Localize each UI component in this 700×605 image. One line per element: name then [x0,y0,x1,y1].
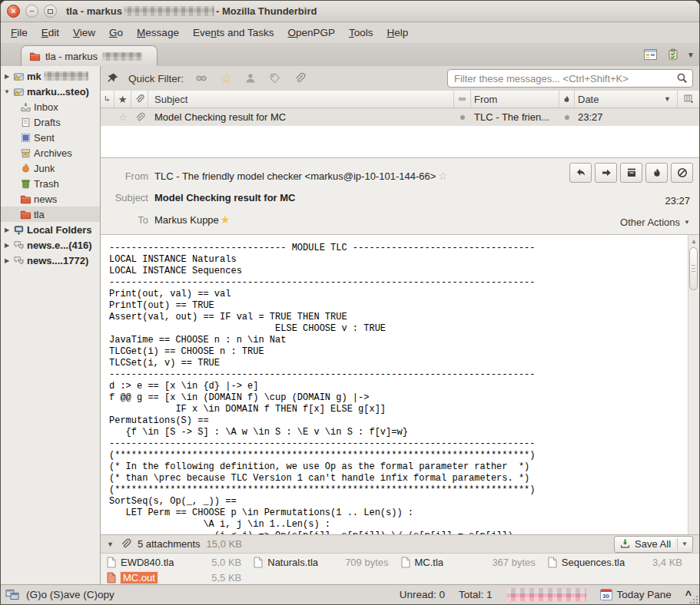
filter-contact-icon[interactable] [244,72,257,84]
file-icon [254,557,263,568]
calendar-grid-icon [643,48,658,61]
sidebar-item-inbox[interactable]: Inbox [1,99,100,114]
menu-go[interactable]: Go [102,24,130,41]
star-column-header[interactable]: ★ [114,91,131,107]
from-column-header[interactable]: From [471,91,559,107]
window-minimize-button[interactable]: − [25,5,38,18]
other-actions-button[interactable]: Other Actions ▼ [620,217,690,228]
computer-icon [13,224,25,236]
sidebar-item-local-folders[interactable]: ▶ Local Folders [1,222,100,237]
today-pane-button[interactable]: 30 Today Pane [600,589,672,600]
subject-value: Model Checking result for MC [154,192,295,203]
column-picker-icon [684,94,694,104]
file-icon [401,557,410,568]
menu-view[interactable]: View [66,24,102,41]
expand-arrow-icon[interactable]: ▶ [3,257,11,264]
filter-tag-icon[interactable] [269,72,281,84]
search-icon[interactable] [676,72,688,84]
block-icon [676,167,688,179]
menu-edit[interactable]: Edit [35,24,66,41]
reply-icon [575,167,587,179]
message-row[interactable]: ☆ Model Checking result for MC TLC - The… [101,108,699,126]
window-resize-grip[interactable] [690,595,698,603]
column-picker-button[interactable] [678,91,699,107]
expand-arrow-icon[interactable]: ▶ [3,73,11,80]
save-all-button[interactable]: Save All ▼ [614,536,693,553]
drafts-icon [20,117,32,128]
sidebar-item-news[interactable]: news [1,191,100,207]
scroll-up-arrow[interactable]: ▲ [688,235,699,245]
attachment-ewd840[interactable]: EWD840.tla 5,0 KB [107,554,254,570]
sidebar-item-news-account-2[interactable]: ▶ news....1772) [1,253,100,268]
junk-button[interactable] [645,163,668,183]
reply-button[interactable] [569,163,592,183]
sidebar-item-news-account-1[interactable]: ▶ news.e...(416) [1,237,100,253]
collapse-arrow-icon[interactable]: ▼ [3,88,11,95]
from-value: TLC - The friendly model checker <markus… [154,170,448,182]
attachment-naturals[interactable]: Naturals.tla 709 bytes [254,554,400,570]
menu-file[interactable]: File [4,24,35,41]
filter-messages-input[interactable] [447,69,693,88]
menu-events-and-tasks[interactable]: Events and Tasks [186,24,281,41]
pin-icon[interactable] [107,72,119,84]
filter-starred-icon[interactable]: ☆ [221,71,232,87]
star-contact-toggle[interactable]: ☆ [438,170,448,182]
search-box [447,69,693,88]
expand-arrow-icon[interactable]: ▶ [3,226,11,233]
menu-tools[interactable]: Tools [342,24,380,41]
filter-attachment-icon[interactable] [294,72,306,84]
sidebar-item-junk[interactable]: Junk [1,160,100,176]
tasks-clipboard-icon [667,48,679,61]
sidebar-item-sent[interactable]: Sent [1,130,100,145]
message-subject: Model Checking result for MC [148,108,454,126]
attachment-column-header[interactable] [131,91,148,107]
windows-status-icon[interactable] [5,588,20,601]
sidebar-item-account-marku[interactable]: ▼ marku...steo) [1,84,100,99]
read-column-header[interactable] [454,91,471,107]
quick-filter-label: Quick Filter: [128,73,184,84]
attachments-collapse-arrow[interactable]: ▼ [107,541,114,548]
junk-column-header[interactable] [559,91,575,107]
tab-list-dropdown[interactable]: ▼ [687,51,695,59]
sidebar-item-tla[interactable]: tla [1,207,100,222]
junk-indicator-dot[interactable] [565,115,569,120]
mail-account-icon [13,71,25,82]
to-value: Markus Kuppe ★ [154,213,230,226]
maximize-icon [48,9,53,14]
sidebar-item-archives[interactable]: Archives [1,145,100,160]
subject-column-header[interactable]: Subject [148,91,454,107]
tasks-tab-button[interactable] [664,46,682,63]
attachment-mc-tla[interactable]: MC.tla 367 bytes [401,554,548,570]
filter-unread-icon[interactable] [194,72,208,84]
archive-button[interactable] [620,163,642,183]
expand-arrow-icon[interactable]: ▶ [3,242,11,249]
newsgroup-icon [13,255,25,266]
sidebar-item-drafts[interactable]: Drafts [1,114,100,130]
tab-tla[interactable]: tla - markus [21,45,158,66]
menu-openpgp[interactable]: OpenPGP [280,24,342,41]
window-close-button[interactable]: × [7,5,20,18]
read-indicator-dot[interactable] [460,115,465,120]
calendar-tab-button[interactable] [641,46,659,63]
delete-button[interactable] [671,163,693,183]
folder-icon [20,193,32,205]
sidebar-item-trash[interactable]: Trash [1,176,100,191]
date-column-header[interactable]: Date ▼ [575,91,678,107]
attachment-mc-out[interactable]: MC.out 5,5 KB [107,570,254,585]
star-toggle[interactable]: ☆ [118,111,128,123]
junk-flame-icon [562,94,571,104]
thread-column-header[interactable] [101,91,114,107]
sidebar-item-account-mk[interactable]: ▶ mk [1,68,100,84]
scrollbar-thumb[interactable] [689,247,698,290]
vertical-scrollbar[interactable]: ▲ [688,235,699,534]
forward-button[interactable] [595,163,617,183]
window-maximize-button[interactable] [44,5,57,18]
star-icon: ★ [118,94,128,105]
today-pane-label: Today Pane [617,589,672,600]
menu-help[interactable]: Help [380,24,416,41]
attachment-sequences[interactable]: Sequences.tla 3,4 KB [548,554,695,570]
mail-account-icon [13,86,25,98]
window-title: tla - markus - Mozilla Thunderbird [66,5,317,17]
menu-message[interactable]: Message [130,24,186,41]
save-all-dropdown-icon[interactable]: ▼ [682,541,688,547]
